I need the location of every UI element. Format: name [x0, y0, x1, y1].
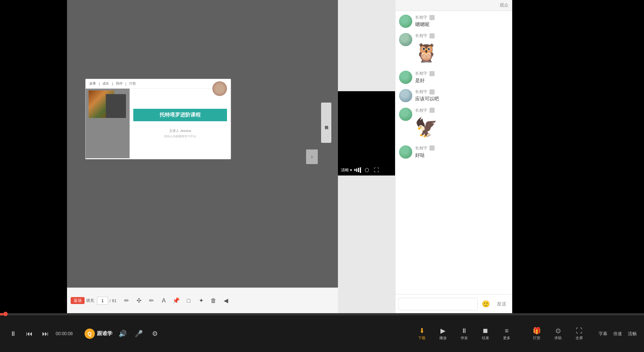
bar-2	[356, 168, 357, 172]
chat-emoji-owl-2: 🦅	[415, 115, 437, 140]
more-btn[interactable]: ≡ 更多	[498, 327, 516, 341]
slide-presentation: 故事 | 成长 | 陪伴 | 疗愈 托特塔罗	[85, 79, 231, 159]
slide-avatar-inner	[212, 81, 227, 96]
slide-subtitle2: 托特人内观察阵学习平台	[164, 134, 196, 138]
video-fullscreen-btn[interactable]: ⛶	[373, 166, 380, 174]
stream-option[interactable]: 流畅	[628, 331, 637, 337]
help-icon: ⊙	[555, 327, 561, 335]
chat-msg-content-2: 长相守 🦉	[415, 33, 509, 66]
toolbar-page-input[interactable]	[97, 297, 108, 305]
slide-presenter: 主讲人 Jessica	[169, 129, 191, 133]
volume-button[interactable]: 🔊	[117, 328, 129, 340]
help-btn[interactable]: ⊙ 求助	[549, 327, 567, 341]
toolbar-delete-btn[interactable]: 🗑	[208, 295, 219, 306]
player-bar: ⏸ ⏮ ⏭ 00:00:08 Q 跟谁学 🔊 🎤 ⚙ ⬇ 下载	[0, 313, 644, 352]
avatar-img-4	[399, 89, 412, 102]
toolbar-pen-btn[interactable]: ✏	[121, 295, 132, 306]
chat-emoji-button[interactable]: 🙂	[481, 299, 491, 309]
slide-header-sep-2: |	[112, 82, 113, 86]
stop-btn[interactable]: ⏸ 停发	[455, 327, 473, 341]
stop-icon: ⏸	[461, 327, 468, 335]
slide-header: 故事 | 成长 | 陪伴 | 疗愈	[86, 79, 231, 89]
chat-message-1: 长相守 嗯嗯呢	[399, 15, 509, 28]
video-signal-bars	[354, 167, 361, 173]
chat-msg-content-4: 长相守 应该可以吧	[415, 89, 509, 102]
toolbar-text-btn[interactable]: A	[158, 295, 169, 306]
chat-msg-text-1: 嗯嗯呢	[415, 21, 509, 28]
main-container: 故事 | 成长 | 陪伴 | 疗愈 托特塔罗	[0, 0, 644, 352]
chat-msg-name-row-1: 长相守	[415, 15, 509, 20]
toolbar-pin-btn[interactable]: 📌	[171, 295, 182, 306]
slide-main-content: 托特塔罗进阶课程 主讲人 Jessica 托特人内观察阵学习平台	[130, 89, 231, 158]
fullscreen-btn[interactable]: ⛶ 全屏	[570, 327, 588, 341]
slide-area: 故事 | 成长 | 陪伴 | 疗愈 托特塔罗	[67, 0, 338, 313]
toolbar-shape-btn[interactable]: □	[183, 295, 194, 306]
time-display: 00:00:08	[56, 331, 73, 336]
slide-images	[86, 89, 130, 158]
chat-msg-content-5: 长相守 🦅	[415, 108, 509, 140]
chat-msg-silent-6	[429, 145, 435, 151]
chat-message-4: 长相守 应该可以吧	[399, 89, 509, 102]
next-button[interactable]: ⏭	[40, 328, 51, 340]
toolbar-page-total: 81	[112, 299, 116, 303]
left-black-bar	[0, 0, 67, 352]
gift-icon: 🎁	[533, 327, 541, 335]
bottom-btn-group: ⬇ 下载 ▶ 播放 ⏸ 停发 ⏹ 结束 ≡ 更多	[413, 327, 516, 341]
avatar-img-3	[399, 71, 412, 84]
download-icon: ⬇	[419, 327, 425, 335]
slide-header-item-3: 陪伴	[116, 81, 123, 86]
toolbar-move-btn[interactable]: ✣	[133, 295, 144, 306]
chat-msg-silent-1	[429, 15, 435, 20]
chat-msg-name-row-5: 长相守	[415, 108, 509, 113]
chat-messages-panel: 观众 长相守 嗯嗯呢	[395, 0, 512, 313]
slide-header-item-4: 疗愈	[129, 81, 136, 86]
end-btn[interactable]: ⏹ 结束	[476, 327, 495, 341]
download-btn[interactable]: ⬇ 下载	[413, 327, 431, 341]
end-icon: ⏹	[482, 327, 489, 335]
chat-message-5: 长相守 🦅	[399, 108, 509, 140]
avatar-img-2	[399, 33, 412, 46]
bar-4	[360, 167, 361, 173]
settings-button[interactable]: ⚙	[149, 328, 161, 340]
prev-button[interactable]: ⏮	[23, 328, 35, 340]
nav-arrow-right[interactable]: ›	[306, 149, 318, 164]
play-btn[interactable]: ▶ 播放	[434, 327, 452, 341]
chat-avatar-4	[399, 89, 412, 102]
chat-msg-name-5: 长相守	[415, 108, 427, 113]
toolbar-eraser-btn[interactable]: ✦	[196, 295, 206, 306]
slide-avatar	[212, 81, 227, 96]
help-label: 求助	[554, 336, 562, 341]
chat-send-button[interactable]: 发送	[494, 299, 509, 309]
gift-label: 打赏	[533, 336, 540, 341]
bar-1	[354, 169, 355, 171]
avatar-img-1	[399, 15, 412, 28]
mic-button[interactable]: 🎤	[133, 328, 145, 340]
chat-message-2: 长相守 🦉	[399, 33, 509, 66]
speed-option[interactable]: 倍速	[613, 331, 622, 337]
chat-msg-text-3: 是好	[415, 77, 509, 84]
progress-dot[interactable]	[3, 312, 8, 316]
pause-button[interactable]: ⏸	[7, 328, 19, 340]
video-expand-btn[interactable]: ⬡	[363, 166, 371, 174]
toolbar-page-label: 填充	[86, 298, 94, 303]
toolbar-undo-btn[interactable]: ◀	[220, 295, 231, 306]
video-quality-label[interactable]: 清晰 ▾	[341, 167, 352, 173]
chat-msg-name-1: 长相守	[415, 15, 427, 20]
slide-header-sep-1: |	[99, 82, 100, 86]
slide-header-sep-3: |	[126, 82, 126, 86]
chat-msg-name-2: 长相守	[415, 33, 427, 38]
toolbar-badge[interactable]: 返场	[71, 297, 85, 304]
slide-header-item-1: 故事	[89, 81, 96, 86]
chat-emoji-owl-1: 🦉	[415, 40, 437, 66]
progress-bar[interactable]	[0, 313, 644, 315]
stop-label: 停发	[461, 336, 468, 341]
chat-messages-list: 长相守 嗯嗯呢 长相守	[395, 11, 512, 294]
gift-btn[interactable]: 🎁 打赏	[528, 327, 546, 341]
subtitle-option[interactable]: 字幕	[599, 331, 607, 337]
toolbar-highlight-btn[interactable]: ✏	[146, 295, 157, 306]
my-courseware-panel[interactable]: 我的课件	[321, 103, 331, 143]
play-icon: ▶	[440, 327, 446, 335]
chat-input[interactable]	[398, 298, 478, 310]
chat-header-label: 观众	[500, 2, 509, 8]
fullscreen-icon: ⛶	[576, 327, 582, 335]
